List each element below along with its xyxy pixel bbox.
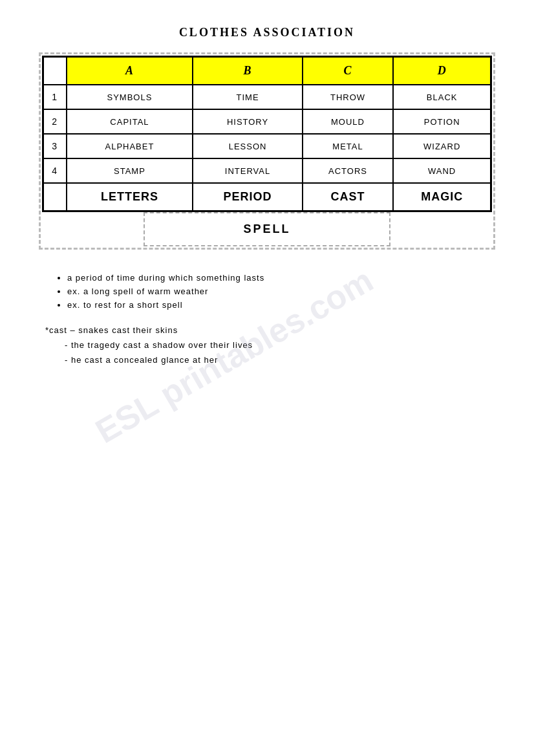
footer-cell-3: CAST: [303, 183, 394, 211]
cast-section: *cast – snakes cast their skins- the tra…: [45, 325, 495, 365]
footer-cell-1: LETTERS: [67, 183, 193, 211]
spell-box: SPELL: [144, 212, 391, 246]
association-table: A B C D 1SYMBOLSTIMETHROWBLACK2CAPITALHI…: [42, 56, 492, 212]
cell-r3-c3: METAL: [303, 134, 394, 158]
row-num-4: 4: [43, 158, 67, 183]
cell-r2-c4: POTION: [393, 109, 491, 134]
header-b: B: [193, 57, 302, 85]
cell-r1-c4: BLACK: [393, 85, 491, 109]
cell-r1-c2: TIME: [193, 85, 302, 109]
cell-r1-c1: SYMBOLS: [67, 85, 193, 109]
cell-r2-c3: MOULD: [303, 109, 394, 134]
cast-line-3: - he cast a concealed glance at her: [65, 355, 495, 365]
header-d: D: [393, 57, 491, 85]
cast-line-1: *cast – snakes cast their skins: [45, 325, 495, 335]
header-c: C: [303, 57, 394, 85]
footer-cell-2: PERIOD: [193, 183, 302, 211]
cell-r4-c3: ACTORS: [303, 158, 394, 183]
cell-r1-c3: THROW: [303, 85, 394, 109]
cell-r3-c1: ALPHABET: [67, 134, 193, 158]
row-num-1: 1: [43, 85, 67, 109]
footer-cell-4: MAGIC: [393, 183, 491, 211]
row-num-2: 2: [43, 109, 67, 134]
cell-r2-c1: CAPITAL: [67, 109, 193, 134]
header-a: A: [67, 57, 193, 85]
row-num-3: 3: [43, 134, 67, 158]
cell-r2-c2: HISTORY: [193, 109, 302, 134]
cell-r4-c1: STAMP: [67, 158, 193, 183]
bullet-item-3: ex. to rest for a short spell: [67, 300, 495, 310]
header-empty: [43, 57, 67, 85]
footer-empty: [43, 183, 67, 211]
cell-r4-c2: INTERVAL: [193, 158, 302, 183]
bullets-section: a period of time during which something …: [52, 273, 495, 310]
bullet-item-2: ex. a long spell of warm weather: [67, 286, 495, 296]
cell-r3-c4: WIZARD: [393, 134, 491, 158]
cell-r3-c2: LESSON: [193, 134, 302, 158]
cell-r4-c4: WAND: [393, 158, 491, 183]
page-title: CLOTHES ASSOCIATION: [39, 26, 495, 39]
bullets-list: a period of time during which something …: [67, 273, 495, 310]
bullet-item-1: a period of time during which something …: [67, 273, 495, 283]
table-outer-border: A B C D 1SYMBOLSTIMETHROWBLACK2CAPITALHI…: [39, 52, 495, 250]
spell-box-wrapper: SPELL: [42, 212, 492, 246]
cast-line-2: - the tragedy cast a shadow over their l…: [65, 340, 495, 350]
